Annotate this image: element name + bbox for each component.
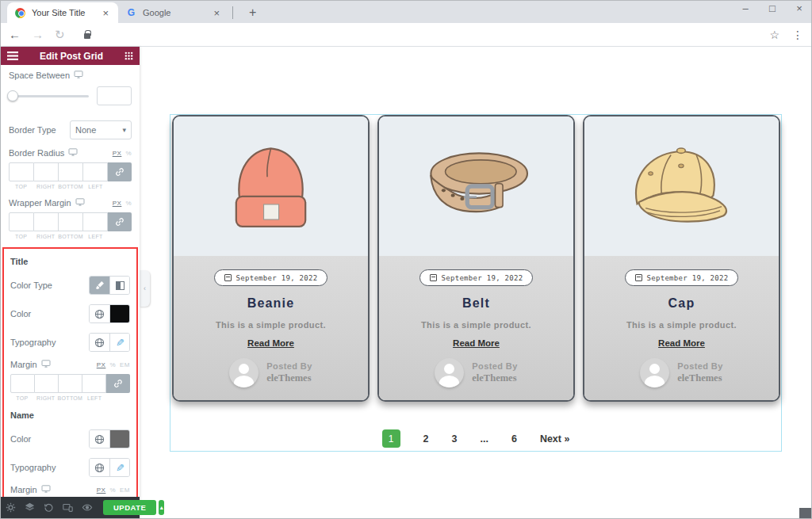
update-options-caret[interactable]: ▲	[159, 500, 164, 515]
highlighted-settings-region: Title Color Type Color	[2, 247, 138, 497]
title-margin-top-input[interactable]	[10, 374, 35, 393]
pencil-edit-icon[interactable]: ✎	[109, 459, 129, 476]
post-card-cap[interactable]: September 19, 2022 Cap This is a simple …	[583, 115, 780, 402]
post-card-belt[interactable]: September 19, 2022 Belt This is a simple…	[377, 115, 575, 402]
read-more-link[interactable]: Read More	[453, 338, 500, 348]
brush-icon[interactable]	[90, 277, 109, 294]
link-values-button[interactable]	[108, 212, 132, 231]
responsive-mode-icon[interactable]	[63, 502, 73, 513]
post-title[interactable]: Belt	[462, 296, 490, 311]
globe-icon[interactable]	[90, 430, 109, 448]
page-6[interactable]: 6	[511, 433, 517, 445]
border-type-control: Border Type None ▾	[1, 115, 140, 143]
link-values-button[interactable]	[108, 162, 132, 181]
unit-percent[interactable]: %	[125, 200, 132, 207]
unit-em[interactable]: EM	[120, 487, 130, 494]
device-monitor-icon[interactable]	[41, 360, 51, 369]
unit-px[interactable]: PX	[97, 487, 106, 494]
lock-icon	[84, 33, 90, 39]
browser-menu-icon[interactable]: ⋮	[792, 29, 803, 41]
globe-icon[interactable]	[90, 334, 109, 351]
cap-illustration	[619, 137, 745, 236]
bookmark-star-icon[interactable]: ☆	[769, 29, 779, 41]
update-button[interactable]: UPDATE	[103, 500, 156, 515]
read-more-link[interactable]: Read More	[247, 338, 294, 348]
post-title[interactable]: Cap	[668, 296, 695, 311]
border-radius-top-input[interactable]	[9, 162, 34, 181]
pencil-edit-icon[interactable]: ✎	[109, 334, 129, 351]
globe-icon[interactable]	[90, 459, 109, 476]
name-color-swatch[interactable]	[109, 430, 129, 448]
globe-icon[interactable]	[90, 305, 109, 322]
tab-your-site-title[interactable]: Your Site Title ×	[7, 2, 118, 23]
close-button[interactable]: ×	[794, 2, 805, 14]
panel-collapse-handle[interactable]: ‹	[140, 270, 150, 307]
unit-percent[interactable]: %	[125, 150, 132, 157]
title-section-heading: Title	[10, 255, 130, 271]
navigator-layers-icon[interactable]	[25, 502, 35, 513]
preview-canvas: September 19, 2022 Beanie This is a simp…	[140, 47, 811, 518]
border-type-select[interactable]: None ▾	[70, 120, 132, 139]
page-3[interactable]: 3	[452, 433, 458, 445]
device-monitor-icon[interactable]	[68, 148, 78, 158]
author-name: eleThemes	[677, 372, 722, 384]
wrapper-margin-bottom-input[interactable]	[59, 212, 83, 231]
wrapper-margin-left-input[interactable]	[83, 212, 108, 231]
name-color-label: Color	[10, 434, 31, 444]
new-tab-button[interactable]: +	[243, 6, 262, 20]
border-radius-right-input[interactable]	[34, 162, 59, 181]
refresh-icon[interactable]: ↻	[55, 28, 65, 42]
slider-handle[interactable]	[7, 90, 18, 101]
settings-gear-icon[interactable]	[6, 502, 16, 513]
gradient-icon[interactable]	[109, 277, 129, 294]
title-margin-left-input[interactable]	[82, 374, 106, 393]
tab-close-icon[interactable]: ×	[212, 7, 221, 19]
page-2[interactable]: 2	[423, 433, 429, 445]
device-monitor-icon[interactable]	[41, 485, 51, 494]
product-image	[379, 116, 573, 256]
color-type-row: Color Type	[10, 271, 130, 300]
unit-px[interactable]: PX	[113, 200, 122, 207]
preview-eye-icon[interactable]	[82, 502, 93, 513]
belt-illustration	[413, 137, 540, 236]
dim-top-label: TOP	[9, 184, 33, 189]
post-card-beanie[interactable]: September 19, 2022 Beanie This is a simp…	[172, 115, 370, 402]
space-between-input[interactable]	[97, 86, 132, 105]
unit-em[interactable]: EM	[120, 361, 130, 368]
tab-google[interactable]: G Google ×	[118, 2, 229, 23]
device-monitor-icon[interactable]	[75, 198, 85, 208]
forward-icon[interactable]: →	[32, 28, 44, 41]
widgets-grid-icon[interactable]	[124, 52, 133, 60]
wrapper-margin-right-input[interactable]	[34, 212, 59, 231]
unit-percent[interactable]: %	[109, 487, 116, 494]
back-icon[interactable]: ←	[9, 28, 21, 41]
pagination-bar: 1 2 3 ... 6 Next »	[170, 429, 782, 448]
border-radius-bottom-input[interactable]	[59, 162, 83, 181]
device-monitor-icon[interactable]	[74, 71, 83, 80]
hamburger-menu-icon[interactable]	[7, 52, 18, 60]
title-margin-bottom-input[interactable]	[59, 374, 82, 393]
wrapper-margin-top-input[interactable]	[9, 212, 34, 231]
title-color-swatch[interactable]	[109, 305, 129, 322]
history-icon[interactable]	[44, 502, 54, 513]
unit-px[interactable]: PX	[97, 361, 106, 368]
border-radius-left-input[interactable]	[83, 162, 108, 181]
next-page-link[interactable]: Next »	[540, 433, 570, 445]
unit-px[interactable]: PX	[113, 150, 122, 157]
unit-percent[interactable]: %	[109, 361, 116, 368]
address-bar[interactable]	[76, 26, 759, 44]
dim-bottom-label: BOTTOM	[58, 395, 83, 401]
minimize-button[interactable]: –	[740, 2, 751, 14]
author-row: Posted By eleThemes	[435, 358, 517, 387]
space-between-slider[interactable]	[9, 95, 89, 97]
tab-close-icon[interactable]: ×	[101, 7, 110, 19]
dim-left-label: LEFT	[83, 234, 108, 239]
post-title[interactable]: Beanie	[247, 296, 295, 311]
post-excerpt: This is a simple product.	[216, 320, 326, 330]
read-more-link[interactable]: Read More	[658, 338, 705, 348]
page-1-active[interactable]: 1	[382, 429, 400, 448]
link-values-button[interactable]	[106, 374, 130, 393]
title-margin-right-input[interactable]	[35, 374, 59, 393]
calendar-icon	[430, 274, 437, 281]
maximize-button[interactable]: □	[767, 2, 778, 14]
